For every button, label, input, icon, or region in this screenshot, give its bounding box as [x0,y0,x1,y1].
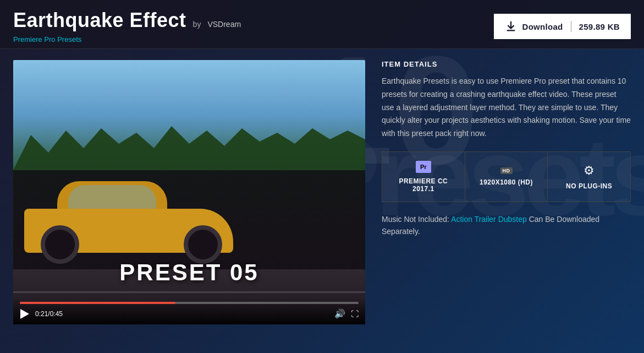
feature-label-plugins: NO PLUG-INS [566,182,612,190]
play-icon [20,309,29,319]
item-details-title: ITEM DETAILS [382,60,631,68]
feature-box-premiere: Pr PREMIERE CC 2017.1 [382,152,465,202]
gear-icon: ⚙ [584,164,595,178]
video-controls: 0:21/0:45 🔊 ⛶ [13,297,365,324]
hd-badge: HD [500,167,513,174]
time-display: 0:21/0:45 [35,310,329,318]
fullscreen-icon[interactable]: ⛶ [351,309,359,318]
music-link[interactable]: Action Trailer Dubstep [451,215,527,224]
feature-box-plugins: ⚙ NO PLUG-INS [548,152,630,202]
by-label: by [193,20,201,29]
feature-label-premiere: PREMIERE CC 2017.1 [389,177,458,193]
download-button[interactable]: Download 259.89 KB [494,14,631,39]
breadcrumb: Premiere Pro Presets [13,34,241,44]
music-note: Music Not Included: Action Trailer Dubst… [382,213,631,238]
download-icon [505,20,517,32]
volume-icon[interactable]: 🔊 [334,308,345,319]
file-size: 259.89 KB [579,22,620,31]
play-button[interactable] [20,309,30,319]
title-row: Earthquake Effect by VSDream [13,9,241,32]
page-title: Earthquake Effect [13,9,186,32]
video-player: PRESET 05 0:21/0:45 🔊 ⛶ [13,60,365,324]
feature-label-resolution: 1920X1080 (HD) [480,178,533,186]
feature-box-resolution: HD 1920X1080 (HD) [465,152,548,202]
author-name: VSDream [207,20,241,29]
preset-label: PRESET 05 [119,259,258,286]
item-description: Earthquake Presets is easy to use Premie… [382,75,631,140]
main-content: PRESET 05 0:21/0:45 🔊 ⛶ ITEM DETAILS Ear… [0,49,644,335]
music-prefix: Music Not Included: [382,215,451,224]
download-label: Download [522,22,563,31]
progress-bar[interactable] [20,302,359,304]
right-panel: ITEM DETAILS Earthquake Presets is easy … [382,60,631,324]
item-details-section: ITEM DETAILS Earthquake Presets is easy … [382,60,631,140]
premiere-icon: Pr [416,161,431,173]
feature-boxes: Pr PREMIERE CC 2017.1 HD 1920X1080 (HD) … [382,151,631,202]
controls-row: 0:21/0:45 🔊 ⛶ [20,308,359,319]
header: Earthquake Effect by VSDream Premiere Pr… [0,0,644,49]
download-divider [571,21,571,32]
progress-bar-fill [20,302,175,304]
header-left: Earthquake Effect by VSDream Premiere Pr… [13,9,241,44]
breadcrumb-link[interactable]: Premiere Pro Presets [13,35,81,44]
